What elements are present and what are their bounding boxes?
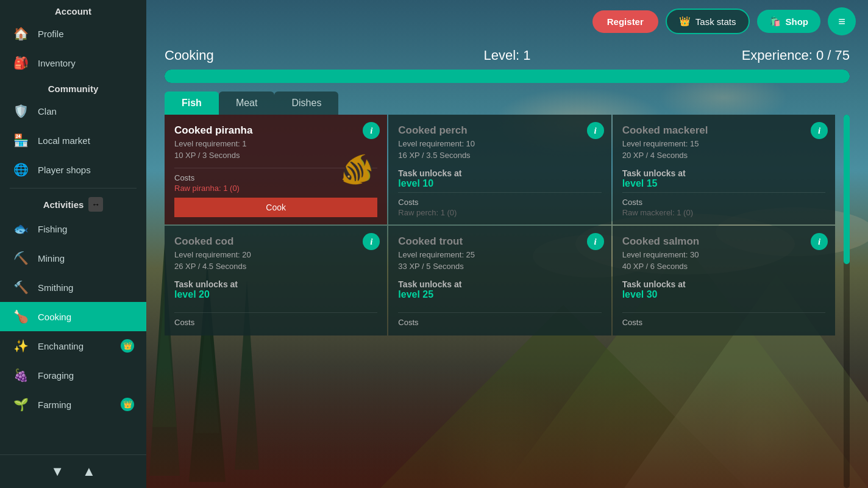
- scrollbar-thumb: [844, 115, 850, 264]
- card-levelreq-trout: Level requirement: 25: [398, 250, 601, 259]
- foraging-label: Foraging: [38, 370, 74, 381]
- scrollbar[interactable]: [844, 115, 850, 488]
- clan-icon: 🛡️: [12, 102, 29, 120]
- card-xptime-mackerel: 20 XP / 4 Seconds: [622, 151, 825, 160]
- card-unlock-trout: Task unlocks at level 25: [398, 279, 601, 300]
- activities-swap-icon[interactable]: ↔: [88, 197, 103, 212]
- nav-up-button[interactable]: ▲: [82, 464, 96, 479]
- sidebar-item-inventory[interactable]: 🎒 Inventory: [0, 48, 146, 77]
- card-cooked-mackerel[interactable]: i Cooked mackerel Level requirement: 15 …: [613, 115, 835, 224]
- card-cooked-cod[interactable]: i Cooked cod Level requirement: 20 26 XP…: [165, 226, 387, 336]
- card-title-piranha: Cooked piranha: [174, 124, 377, 137]
- sidebar: Account 🏠 Profile 🎒 Inventory Community …: [0, 0, 146, 488]
- local-market-icon: 🏪: [12, 132, 29, 149]
- register-button[interactable]: Register: [592, 10, 658, 33]
- card-cooked-perch[interactable]: i Cooked perch Level requirement: 10 16 …: [388, 115, 611, 224]
- unlock-text-cod: Task unlocks at: [174, 279, 377, 289]
- activities-label: Activities: [43, 199, 84, 210]
- cards-grid: i Cooked piranha Level requirement: 1 10…: [165, 115, 835, 336]
- cooking-icon: 🍗: [12, 308, 29, 325]
- clan-label: Clan: [38, 106, 57, 117]
- foraging-icon: 🍇: [12, 367, 29, 384]
- info-button-mackerel[interactable]: i: [811, 122, 828, 139]
- cards-area: i Cooked piranha Level requirement: 1 10…: [146, 115, 868, 488]
- card-costs-salmon: Costs: [622, 312, 825, 328]
- card-unlock-salmon: Task unlocks at level 30: [622, 279, 825, 300]
- sidebar-item-profile[interactable]: 🏠 Profile: [0, 19, 146, 48]
- sidebar-item-smithing[interactable]: 🔨 Smithing: [0, 273, 146, 302]
- card-unlock-mackerel: Task unlocks at level 15: [622, 168, 825, 189]
- smithing-icon: 🔨: [12, 279, 29, 296]
- card-cooked-trout[interactable]: i Cooked trout Level requirement: 25 33 …: [388, 226, 611, 336]
- nav-down-button[interactable]: ▼: [51, 464, 64, 479]
- menu-button[interactable]: ≡: [828, 7, 856, 35]
- sidebar-item-fishing[interactable]: 🐟 Fishing: [0, 214, 146, 243]
- enchanting-label: Enchanting: [38, 341, 84, 351]
- farming-badge-icon: 👑: [123, 400, 132, 409]
- player-shops-icon: 🌐: [12, 161, 29, 178]
- card-unlock-perch: Task unlocks at level 10: [398, 168, 601, 189]
- sidebar-item-player-shops[interactable]: 🌐 Player shops: [0, 155, 146, 184]
- card-levelreq-salmon: Level requirement: 30: [622, 250, 825, 259]
- sidebar-nav-bottom: ▼ ▲: [0, 454, 146, 488]
- skill-experience: Experience: 0 / 75: [621, 48, 850, 63]
- enchanting-badge: 👑: [121, 339, 134, 353]
- crown-icon: 👑: [679, 16, 691, 27]
- sidebar-item-clan[interactable]: 🛡️ Clan: [0, 96, 146, 126]
- sidebar-item-foraging[interactable]: 🍇 Foraging: [0, 361, 146, 390]
- account-section-label: Account: [0, 0, 146, 19]
- task-stats-button[interactable]: 👑 Task stats: [666, 9, 750, 34]
- farming-icon: 🌱: [12, 396, 29, 413]
- shop-label: Shop: [786, 16, 809, 27]
- bag-icon: 🛍️: [769, 16, 781, 27]
- player-shops-label: Player shops: [38, 165, 91, 175]
- sidebar-item-farming[interactable]: 🌱 Farming 👑: [0, 390, 146, 419]
- card-costs-perch: Costs Raw perch: 1 (0): [398, 192, 601, 217]
- costs-label-mackerel: Costs: [622, 198, 825, 207]
- costs-value-mackerel: Raw mackerel: 1 (0): [622, 208, 825, 217]
- tab-fish[interactable]: Fish: [165, 92, 219, 115]
- unlock-level-cod: level 20: [174, 289, 377, 300]
- card-costs-mackerel: Costs Raw mackerel: 1 (0): [622, 192, 825, 217]
- info-button-salmon[interactable]: i: [811, 233, 828, 250]
- card-unlock-cod: Task unlocks at level 20: [174, 279, 377, 300]
- costs-label-salmon: Costs: [622, 318, 825, 327]
- unlock-text-salmon: Task unlocks at: [622, 279, 825, 289]
- smithing-label: Smithing: [38, 282, 73, 293]
- costs-label-cod: Costs: [174, 318, 377, 327]
- cook-button-piranha[interactable]: Cook: [174, 198, 377, 217]
- card-xptime-perch: 16 XP / 3.5 Seconds: [398, 151, 601, 160]
- sidebar-item-mining[interactable]: ⛏️ Mining: [0, 243, 146, 273]
- card-costs-cod: Costs: [174, 312, 377, 328]
- unlock-text-mackerel: Task unlocks at: [622, 168, 825, 178]
- progress-bar-background: [165, 70, 850, 83]
- unlock-text-trout: Task unlocks at: [398, 279, 601, 289]
- tab-dishes[interactable]: Dishes: [274, 92, 338, 115]
- cards-scroll[interactable]: i Cooked piranha Level requirement: 1 10…: [165, 115, 840, 488]
- card-title-salmon: Cooked salmon: [622, 235, 825, 248]
- topbar: Register 👑 Task stats 🛍️ Shop ≡: [146, 0, 868, 43]
- card-xptime-cod: 26 XP / 4.5 Seconds: [174, 262, 377, 271]
- card-xptime-salmon: 40 XP / 6 Seconds: [622, 262, 825, 271]
- sidebar-item-cooking[interactable]: 🍗 Cooking: [0, 302, 146, 331]
- info-button-perch[interactable]: i: [587, 122, 604, 139]
- costs-value-perch: Raw perch: 1 (0): [398, 208, 601, 217]
- card-xptime-trout: 33 XP / 5 Seconds: [398, 262, 601, 271]
- card-cooked-piranha[interactable]: i Cooked piranha Level requirement: 1 10…: [165, 115, 387, 224]
- card-title-mackerel: Cooked mackerel: [622, 124, 825, 137]
- progress-container: [146, 70, 868, 92]
- sidebar-item-local-market[interactable]: 🏪 Local market: [0, 126, 146, 155]
- shop-button[interactable]: 🛍️ Shop: [757, 10, 821, 33]
- card-title-trout: Cooked trout: [398, 235, 601, 248]
- card-levelreq-mackerel: Level requirement: 15: [622, 139, 825, 148]
- card-cooked-salmon[interactable]: i Cooked salmon Level requirement: 30 40…: [613, 226, 835, 336]
- mining-label: Mining: [38, 253, 65, 264]
- info-button-trout[interactable]: i: [587, 233, 604, 250]
- unlock-text-perch: Task unlocks at: [398, 168, 601, 178]
- card-costs-trout: Costs: [398, 312, 601, 328]
- sidebar-item-enchanting[interactable]: ✨ Enchanting 👑: [0, 331, 146, 361]
- tab-meat[interactable]: Meat: [219, 92, 275, 115]
- community-section-label: Community: [0, 77, 146, 96]
- farming-badge: 👑: [121, 398, 134, 411]
- enchanting-badge-icon: 👑: [123, 342, 132, 350]
